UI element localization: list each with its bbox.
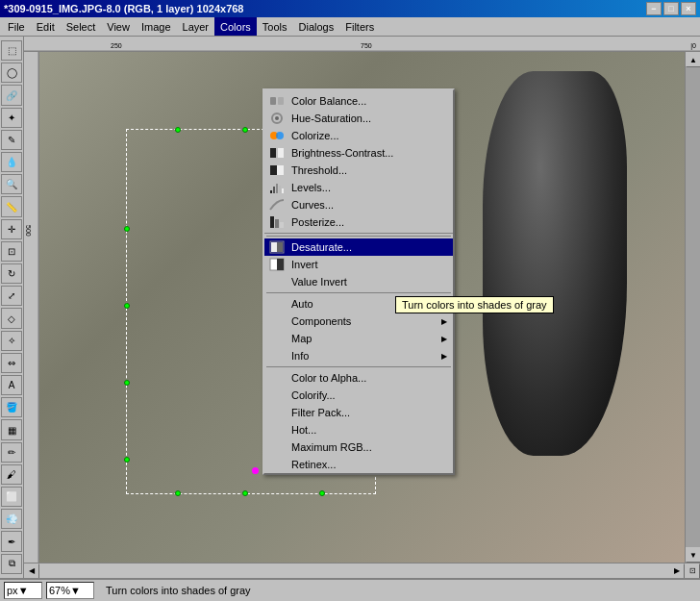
tool-move[interactable]: ✛ [1,219,22,239]
menu-select[interactable]: Select [61,17,102,36]
menu-curves[interactable]: Curves... [264,196,453,213]
tool-paths[interactable]: ✎ [1,130,22,150]
menu-color-to-alpha[interactable]: Color to Alpha... [264,369,453,387]
status-message: Turn colors into shades of gray [106,585,251,596]
scroll-down-button[interactable]: ▼ [686,547,700,563]
bottom-scrollbar: ◀ ▶ ⊡ [24,563,700,578]
menu-layer[interactable]: Layer [177,17,215,36]
menu-sep-2 [266,292,451,293]
curves-icon [268,198,286,212]
status-bar: px ▼ 67% ▼ Turn colors into shades of gr… [0,578,700,601]
tool-crop[interactable]: ⊡ [1,241,22,262]
minimize-button[interactable]: − [646,2,662,15]
menu-color-balance[interactable]: Color Balance... [264,92,453,110]
menu-colors[interactable]: Colors [214,17,257,36]
svg-rect-12 [270,190,272,193]
canvas-inner: 250 750 |0 500 [24,37,700,578]
tool-measure[interactable]: 📏 [1,196,22,216]
menu-invert[interactable]: Invert [264,256,453,273]
tool-scale[interactable]: ⤢ [1,286,22,306]
tool-pencil[interactable]: ✏ [1,442,22,463]
menu-dialogs[interactable]: Dialogs [293,17,340,36]
menu-desaturate[interactable]: Desaturate... [264,238,453,256]
scroll-up-button[interactable]: ▲ [686,52,700,67]
tool-zoom[interactable]: 🔍 [1,174,22,194]
menu-levels[interactable]: Levels... [264,179,453,196]
sculpture-object [483,71,627,456]
right-scrollbar: ▲ ▼ [685,52,700,563]
menu-edit[interactable]: Edit [31,17,61,36]
menu-components[interactable]: Components [264,313,453,330]
tool-blend[interactable]: ▦ [1,419,22,439]
menu-image[interactable]: Image [136,17,177,36]
tool-bucket[interactable]: 🪣 [1,397,22,417]
tool-shear[interactable]: ◇ [1,308,22,328]
menu-brightness-contrast[interactable]: Brightness-Contrast... [264,144,453,162]
menu-value-invert[interactable]: Value Invert [264,273,453,290]
colors-dropdown-menu: Color Balance... Hue-Saturation... [262,88,455,475]
threshold-icon [268,163,286,177]
menu-view[interactable]: View [101,17,136,36]
tool-lasso[interactable]: 🔗 [1,85,22,105]
menu-filter-pack[interactable]: Filter Pack... [264,404,453,421]
menu-hue-saturation[interactable]: Hue-Saturation... [264,110,453,127]
menu-colorify[interactable]: Colorify... [264,387,453,404]
value-invert-icon [268,275,286,288]
canvas-main: 500 [24,52,700,563]
svg-rect-19 [280,222,284,228]
tool-text[interactable]: A [1,375,22,395]
ruler-v-ticks [24,52,39,563]
max-rgb-icon [268,440,286,454]
svg-point-7 [276,132,284,139]
canvas-area[interactable]: Color Balance... Hue-Saturation... [39,52,685,563]
zoom-dropdown[interactable]: 67% ▼ [46,582,94,599]
tool-fuzzy-select[interactable]: ✦ [1,108,22,128]
menu-filters[interactable]: Filters [339,17,380,36]
menu-retinex[interactable]: Retinex... [264,456,453,473]
ruler-vertical: 500 [24,52,39,563]
tool-rect-select[interactable]: ⬚ [1,40,22,61]
color-alpha-icon [268,371,286,385]
tool-perspective[interactable]: ⟡ [1,331,22,351]
menu-section-1: Color Balance... Hue-Saturation... [264,90,453,234]
sel-dot-2 [242,127,248,133]
menu-max-rgb[interactable]: Maximum RGB... [264,438,453,456]
menu-threshold[interactable]: Threshold... [264,162,453,179]
sel-dot-15 [124,226,130,232]
tool-eraser[interactable]: ⬜ [1,487,22,507]
tool-paintbrush[interactable]: 🖌 [1,464,22,485]
sel-dot-pink-1 [252,467,259,474]
menu-map[interactable]: Map [264,330,453,347]
tool-rotate[interactable]: ↻ [1,263,22,284]
menu-sep-1 [266,236,451,237]
brightness-icon [268,146,286,160]
components-icon [268,314,286,328]
svg-point-5 [275,116,279,120]
tool-ellipse-select[interactable]: ◯ [1,63,22,83]
svg-rect-9 [278,148,284,158]
svg-rect-14 [276,184,278,193]
scroll-left-button[interactable]: ◀ [24,563,39,579]
unit-dropdown[interactable]: px ▼ [4,582,42,599]
menu-colorize[interactable]: Colorize... [264,127,453,144]
retinex-icon [268,458,286,471]
tool-color-picker[interactable]: 💧 [1,152,22,172]
menu-hot[interactable]: Hot... [264,421,453,438]
tool-airbrush[interactable]: 💨 [1,509,22,529]
svg-rect-16 [282,188,284,193]
scroll-right-button[interactable]: ▶ [669,563,685,579]
tool-clone[interactable]: ⧉ [1,554,22,574]
maximize-button[interactable]: □ [663,2,679,15]
scroll-track-v[interactable] [686,67,700,547]
menu-tools[interactable]: Tools [257,17,293,36]
close-button[interactable]: × [681,2,696,15]
desaturate-icon [268,240,286,254]
scroll-corner: ⊡ [685,563,700,579]
menu-info[interactable]: Info [264,347,453,364]
tool-ink[interactable]: ✒ [1,531,22,551]
menu-posterize[interactable]: Posterize... [264,213,453,231]
tool-flip[interactable]: ⇔ [1,353,22,373]
hue-sat-icon [268,112,286,125]
menu-file[interactable]: File [2,17,31,36]
colorize-icon [268,129,286,142]
